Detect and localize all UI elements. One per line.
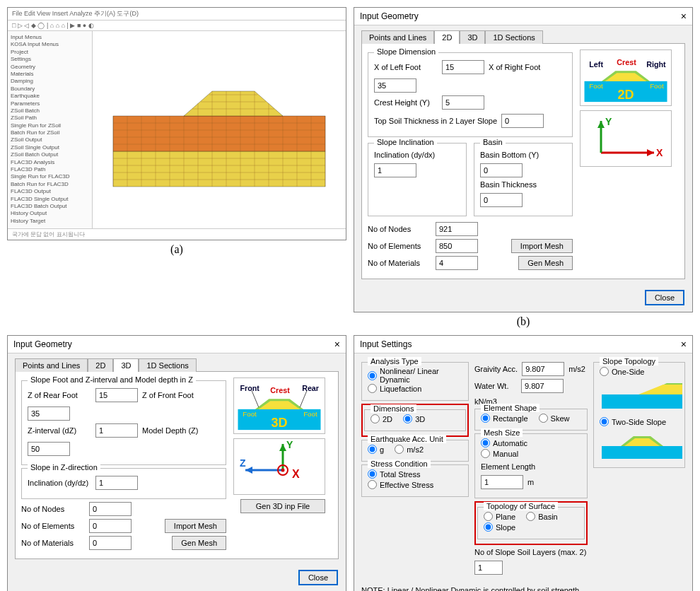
z-interval-input[interactable] (95, 423, 138, 438)
opt-slope[interactable]: Slope (484, 522, 515, 532)
n-elements-input[interactable] (436, 239, 478, 253)
crest-height-input[interactable] (442, 95, 484, 110)
tree-item[interactable]: FLAC3D Path (11, 166, 89, 173)
legend: Slope Dimension (374, 47, 438, 56)
model-depth-input[interactable] (28, 442, 70, 456)
gen-mesh-button[interactable]: Gen Mesh (518, 256, 573, 270)
z-rear-foot-input[interactable] (95, 388, 138, 402)
top-soil-thickness-input[interactable] (501, 114, 544, 128)
tree-item[interactable]: Earthquake (11, 93, 89, 100)
opt-liquefaction[interactable]: Liquefaction (368, 384, 421, 393)
tree-item[interactable]: FLAC3D Single Output (11, 196, 89, 203)
water-wt-input[interactable] (521, 379, 564, 393)
tree-item[interactable]: Boundary (11, 86, 89, 93)
lbl-mats: No of Materials (21, 539, 85, 547)
tab-points-lines[interactable]: Points and Lines (15, 358, 88, 372)
tree-item[interactable]: Input Menus (11, 34, 89, 41)
svg-marker-45 (647, 149, 654, 156)
tree-item[interactable]: Batch Run for FLAC3D (11, 181, 89, 188)
tree-item[interactable]: History Output (11, 210, 89, 217)
opt-automatic[interactable]: Automatic (481, 438, 527, 447)
slope-3d-illustration: Front Crest Rear Foot Foot 3D (233, 378, 325, 434)
element-length-input[interactable] (481, 475, 523, 489)
n-slope-layers-input[interactable] (474, 561, 503, 575)
opt-g[interactable]: g (368, 445, 384, 454)
lbl-elems: No of Elements (368, 242, 431, 250)
opt-two-side[interactable]: Two-Side Slope (600, 417, 666, 426)
opt-3d[interactable]: 3D (403, 414, 425, 423)
lbl-elen: Element Length (481, 462, 544, 471)
tree-item[interactable]: ZSoil Path (11, 115, 89, 122)
close-button[interactable]: Close (646, 291, 684, 305)
tree-item[interactable]: Settings (11, 56, 89, 63)
opt-skew[interactable]: Skew (539, 414, 570, 423)
gen-mesh-button[interactable]: Gen Mesh (172, 536, 226, 550)
tab-3d[interactable]: 3D (460, 30, 485, 44)
opt-manual[interactable]: Manual (481, 449, 518, 458)
tree-item[interactable]: ZSoil Batch Output (11, 151, 89, 158)
n-nodes-input[interactable] (436, 222, 478, 236)
tree-item[interactable]: ZSoil Single Output (11, 144, 89, 151)
tab-1d-sections[interactable]: 1D Sections (485, 30, 542, 44)
menubar[interactable]: File Edit View Insert Analyze 주기(A) 도구(D… (8, 8, 346, 21)
opt-one-side[interactable]: One-Side (600, 367, 644, 376)
opt-nonlinear[interactable]: Nonlinear/ Linear Dynamic (368, 367, 454, 384)
legend: Dimensions (371, 404, 416, 413)
tree-item[interactable]: Parameters (11, 100, 89, 107)
toolbar[interactable]: □ ▷ ◁ ◆ ◯ | ⌂ ⌂ ⌂ | ▶ ■ ● ◐ (8, 21, 346, 31)
basin-thickness-input[interactable] (480, 193, 523, 207)
import-mesh-button[interactable]: Import Mesh (165, 519, 226, 533)
tree-item[interactable]: History Target (11, 218, 89, 225)
input-settings-dialog: Input Settings × Analysis Type Nonlinear… (354, 335, 693, 591)
opt-total-stress[interactable]: Total Stress (368, 469, 420, 479)
x-left-foot-input[interactable] (442, 60, 484, 74)
tree-item[interactable]: FLAC3D Output (11, 188, 89, 195)
n-materials-input[interactable] (89, 536, 132, 550)
import-mesh-button[interactable]: Import Mesh (511, 239, 573, 253)
opt-rectangle[interactable]: Rectangle (481, 414, 528, 423)
opt-2d[interactable]: 2D (371, 414, 392, 423)
tree-item[interactable]: KOSA Input Menus (11, 41, 89, 48)
tree-item[interactable]: FLAC3D Batch Output (11, 203, 89, 210)
tree-item[interactable]: FLAC3D Analysis (11, 159, 89, 166)
tree-item[interactable]: Project (11, 49, 89, 56)
close-button[interactable]: Close (299, 570, 337, 585)
tree-item[interactable]: ZSoil Batch (11, 107, 89, 115)
opt-effective-stress[interactable]: Effective Stress (368, 480, 433, 489)
close-icon[interactable]: × (681, 339, 687, 350)
n-elements-input[interactable] (89, 519, 132, 533)
svg-text:X: X (292, 468, 300, 480)
tree-item[interactable]: Batch Run for ZSoil (11, 129, 89, 136)
axes-2d-icon: X Y (580, 110, 672, 167)
opt-plane[interactable]: Plane (484, 512, 515, 521)
tree-item[interactable]: ZSoil Output (11, 136, 89, 144)
opt-basin[interactable]: Basin (526, 512, 558, 521)
opt-ms2[interactable]: m/s2 (395, 445, 424, 454)
inclination-z-input[interactable] (95, 476, 138, 490)
project-tree[interactable]: Input Menus KOSA Input Menus Project Set… (8, 31, 93, 228)
n-materials-input[interactable] (436, 256, 478, 270)
z-front-foot-input[interactable] (28, 406, 70, 421)
slope-inclination-group: Slope Inclination Inclination (dy/dx) (368, 143, 467, 216)
gen-3d-inp-button[interactable]: Gen 3D inp File (240, 499, 325, 513)
tree-item[interactable]: Single Run for FLAC3D (11, 173, 89, 180)
tree-item[interactable]: Single Run for ZSoil (11, 122, 89, 129)
gravity-input[interactable] (522, 362, 564, 376)
tab-3d[interactable]: 3D (113, 358, 139, 372)
svg-rect-69 (602, 394, 682, 409)
n-nodes-input[interactable] (89, 502, 132, 516)
tab-2d[interactable]: 2D (88, 358, 113, 372)
x-right-foot-input[interactable] (374, 78, 416, 93)
close-icon[interactable]: × (334, 339, 340, 350)
close-icon[interactable]: × (681, 11, 687, 22)
inclination-input[interactable] (374, 163, 416, 177)
tab-1d-sections[interactable]: 1D Sections (139, 358, 196, 372)
tree-item[interactable]: Geometry (11, 64, 89, 71)
tree-item[interactable]: Materials (11, 71, 89, 78)
svg-marker-2 (184, 91, 283, 116)
mesh-canvas[interactable] (93, 31, 346, 228)
tab-2d[interactable]: 2D (434, 30, 460, 44)
basin-bottom-input[interactable] (480, 163, 523, 177)
tree-item[interactable]: Damping (11, 78, 89, 85)
tab-points-lines[interactable]: Points and Lines (361, 30, 434, 44)
